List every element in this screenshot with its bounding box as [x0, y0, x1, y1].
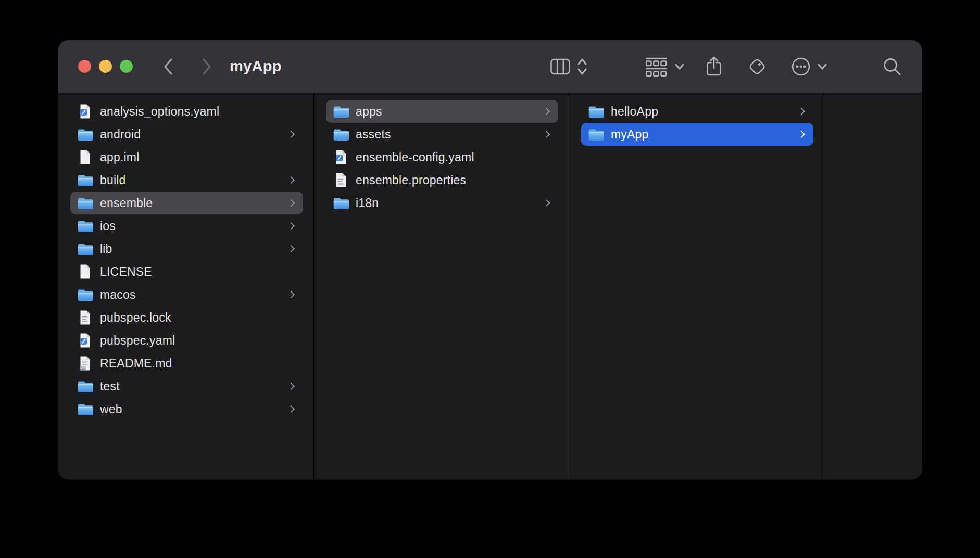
- folder-row-ensemble[interactable]: ensemble: [70, 192, 303, 214]
- item-label: build: [100, 173, 126, 187]
- folder-row-test[interactable]: test: [70, 375, 303, 398]
- folder-icon: [77, 379, 93, 394]
- item-label: apps: [356, 105, 382, 119]
- chevron-right-icon: [287, 199, 295, 207]
- document-icon: [333, 150, 349, 164]
- item-label: macos: [100, 288, 136, 302]
- file-row-ensemble-config.yaml[interactable]: ensemble-config.yaml: [326, 146, 558, 169]
- file-row-LICENSE[interactable]: LICENSE: [70, 260, 303, 283]
- tag-icon: [747, 56, 768, 77]
- folder-row-i18n[interactable]: i18n: [326, 192, 558, 214]
- item-label: README.md: [100, 357, 172, 371]
- item-label: web: [100, 402, 122, 416]
- chevron-right-icon: [287, 383, 295, 390]
- chevron-right-icon: [287, 131, 295, 138]
- chevron-right-icon: [287, 176, 295, 184]
- document-icon: [77, 104, 93, 119]
- document-icon: [77, 264, 93, 279]
- folder-icon: [77, 219, 93, 233]
- chevron-right-icon: [287, 222, 295, 230]
- file-row-pubspec.yaml[interactable]: pubspec.yaml: [70, 329, 303, 352]
- search-icon: [882, 57, 902, 77]
- chevron-right-icon: [543, 108, 550, 115]
- more-actions-control[interactable]: [790, 56, 828, 77]
- folder-icon: [77, 242, 93, 256]
- item-label: app.iml: [100, 150, 140, 164]
- share-icon: [705, 56, 723, 78]
- group-by-control[interactable]: [645, 57, 685, 77]
- document-icon: [77, 150, 93, 164]
- item-label: i18n: [356, 196, 379, 210]
- file-row-analysis_options.yaml[interactable]: analysis_options.yaml: [70, 100, 303, 123]
- item-label: analysis_options.yaml: [100, 105, 219, 119]
- column-browser: analysis_options.yaml android app.iml bu…: [58, 93, 922, 479]
- minimize-button[interactable]: [99, 60, 112, 73]
- folder-icon: [77, 402, 93, 416]
- folder-row-lib[interactable]: lib: [70, 237, 303, 260]
- search-button[interactable]: [882, 57, 902, 77]
- chevron-right-icon: [543, 199, 550, 207]
- folder-icon: [333, 104, 349, 119]
- file-column-4: [824, 93, 922, 479]
- folder-row-apps[interactable]: apps: [326, 100, 558, 123]
- chevron-down-icon: [816, 62, 828, 71]
- forward-button[interactable]: [200, 57, 213, 76]
- chevron-left-icon: [162, 57, 174, 76]
- item-label: pubspec.yaml: [100, 334, 175, 348]
- file-row-README.md[interactable]: MD README.md: [70, 352, 303, 375]
- folder-row-android[interactable]: android: [70, 123, 303, 146]
- folder-row-assets[interactable]: assets: [326, 123, 558, 146]
- document-icon: [77, 333, 93, 348]
- finder-window: myApp: [58, 40, 922, 479]
- item-label: assets: [356, 128, 391, 142]
- file-column-3: helloApp myApp: [569, 93, 824, 479]
- tags-button[interactable]: [747, 56, 768, 77]
- item-label: ensemble.properties: [356, 173, 466, 187]
- chevron-right-icon: [798, 108, 805, 115]
- folder-icon: [588, 127, 604, 142]
- back-button[interactable]: [162, 57, 174, 76]
- zoom-button[interactable]: [120, 60, 133, 73]
- close-button[interactable]: [78, 60, 91, 73]
- window-title: myApp: [230, 58, 282, 75]
- folder-icon: [77, 196, 93, 210]
- document-icon: [333, 173, 349, 187]
- folder-icon: [77, 127, 93, 142]
- folder-icon: [77, 173, 93, 187]
- chevron-up-down-icon: [576, 56, 588, 77]
- chevron-right-icon: [798, 131, 805, 138]
- file-row-ensemble.properties[interactable]: ensemble.properties: [326, 169, 558, 192]
- file-row-pubspec.lock[interactable]: pubspec.lock: [70, 306, 303, 329]
- folder-row-build[interactable]: build: [70, 169, 303, 192]
- folder-row-web[interactable]: web: [70, 398, 303, 421]
- chevron-down-icon: [674, 62, 685, 71]
- item-label: ensemble-config.yaml: [356, 150, 474, 164]
- grid-groups-icon: [645, 57, 668, 77]
- file-row-app.iml[interactable]: app.iml: [70, 146, 303, 169]
- traffic-lights: [78, 60, 133, 73]
- share-button[interactable]: [705, 56, 723, 78]
- item-label: myApp: [611, 128, 649, 142]
- item-label: LICENSE: [100, 265, 152, 279]
- folder-row-macos[interactable]: macos: [70, 283, 303, 306]
- folder-icon: [333, 127, 349, 142]
- nav-arrows: [162, 57, 213, 76]
- chevron-right-icon: [543, 131, 550, 138]
- svg-text:MD: MD: [81, 366, 85, 369]
- toolbar: myApp: [58, 40, 922, 93]
- item-label: helloApp: [611, 105, 658, 119]
- toolbar-controls: [550, 56, 902, 78]
- folder-row-helloApp[interactable]: helloApp: [581, 100, 813, 123]
- column-view-control[interactable]: [550, 56, 588, 77]
- document-icon: [77, 310, 93, 325]
- folder-icon: [333, 196, 349, 210]
- folder-row-myApp[interactable]: myApp: [581, 123, 813, 146]
- folder-icon: [77, 287, 93, 302]
- columns-icon: [550, 58, 571, 75]
- folder-icon: [588, 104, 604, 119]
- file-column-2: apps assets ensemble-config.yaml ensembl…: [314, 93, 569, 479]
- chevron-right-icon: [201, 57, 212, 76]
- ellipsis-circle-icon: [790, 56, 811, 77]
- item-label: android: [100, 128, 141, 142]
- folder-row-ios[interactable]: ios: [70, 214, 303, 237]
